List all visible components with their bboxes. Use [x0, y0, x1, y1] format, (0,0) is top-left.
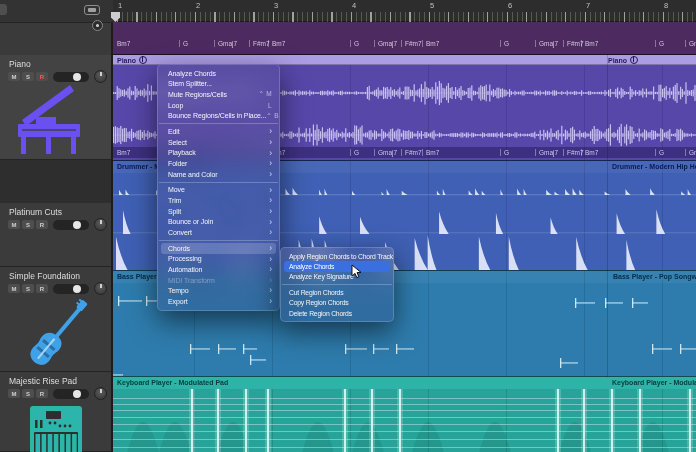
ruler-bar-label: 7 — [586, 1, 590, 10]
mute-button[interactable]: M — [8, 220, 20, 229]
region-name-keyboard: Keyboard Player - Modulated Pad — [612, 379, 696, 386]
menu-item-apply-region-chords-to-chord-track[interactable]: Apply Region Chords to Chord Track — [281, 251, 393, 261]
track-header-simple-foundation[interactable]: Simple FoundationMSR — [0, 267, 111, 372]
menu-item-move[interactable]: Move› — [158, 185, 279, 196]
menu-item-bounce-or-join[interactable]: Bounce or Join› — [158, 216, 279, 227]
menu-item-processing[interactable]: Processing› — [158, 254, 279, 265]
volume-slider[interactable] — [53, 284, 89, 294]
menu-item-split[interactable]: Split› — [158, 206, 279, 217]
submenu-chevron-icon: › — [269, 170, 272, 179]
menu-item-copy-region-chords[interactable]: Copy Region Chords — [281, 298, 393, 308]
menu-separator — [159, 240, 278, 241]
region-keyboard[interactable]: Keyboard Player - Modulated PadKeyboard … — [113, 376, 696, 452]
menu-item-analyze-key-signature[interactable]: Analyze Key Signature — [281, 272, 393, 282]
chord-label: Gmaj7 — [685, 40, 696, 47]
menu-item-select[interactable]: Select› — [158, 137, 279, 148]
track-header-majestic-rise-pad[interactable]: Majestic Rise PadMSR — [0, 372, 111, 452]
submenu-chevron-icon: › — [269, 244, 272, 253]
volume-slider[interactable] — [53, 72, 89, 82]
mute-button[interactable]: M — [8, 284, 20, 293]
volume-slider[interactable] — [53, 220, 89, 230]
menu-item-playback[interactable]: Playback› — [158, 148, 279, 159]
submenu-chevron-icon: › — [269, 149, 272, 158]
menu-item-label: Mute Regions/Cells — [168, 91, 227, 98]
menu-item-label: Trim — [168, 197, 181, 204]
loop-icon — [139, 56, 147, 64]
pan-knob[interactable] — [94, 387, 107, 400]
region-boundary — [607, 271, 608, 377]
solo-button[interactable]: S — [22, 389, 34, 398]
region-name-text: Piano — [608, 57, 627, 64]
menu-item-tempo[interactable]: Tempo› — [158, 285, 279, 296]
volume-slider-knob[interactable] — [73, 390, 81, 398]
menu-item-label: Apply Region Chords to Chord Track — [289, 253, 393, 260]
menu-item-analyze-chords[interactable]: Analyze Chords — [158, 68, 279, 79]
region-name-keyboard: Keyboard Player - Modulated Pad — [117, 379, 228, 386]
menu-item-cut-region-chords[interactable]: Cut Region Chords — [281, 287, 393, 297]
menu-item-stem-splitter[interactable]: Stem Splitter... — [158, 79, 279, 90]
region-name-piano: Piano — [117, 56, 147, 64]
chord-track[interactable]: Bm7GGmaj7F#m7Bm7GGmaj7F#m7Bm7GGmaj7F#m7B… — [113, 22, 696, 55]
bar-ruler[interactable]: 12345678 — [113, 0, 696, 22]
track-name-label: Platinum Cuts — [9, 207, 62, 217]
menu-item-midi-transform: MIDI Transform› — [158, 275, 279, 286]
chord-label: G — [655, 40, 664, 47]
menu-item-edit[interactable]: Edit› — [158, 126, 279, 137]
track-list-sidebar: PianoMSR Platinum CutsMSRSimple Foundati… — [0, 0, 113, 452]
menu-item-bounce-regions-cells-in-place[interactable]: Bounce Regions/Cells in Place...⌃ B — [158, 110, 279, 121]
menu-item-delete-region-chords[interactable]: Delete Region Chords — [281, 308, 393, 318]
record-button[interactable]: R — [36, 72, 48, 81]
chord-label: F#m7 — [249, 40, 270, 47]
menu-item-label: Automation — [168, 266, 202, 273]
menu-separator — [159, 182, 278, 183]
chord-label: Bm7 — [117, 40, 130, 47]
volume-slider-knob[interactable] — [73, 73, 81, 81]
menu-item-chords[interactable]: Chords› — [161, 243, 276, 254]
chord-label: Bm7 — [581, 40, 598, 47]
pan-knob[interactable] — [94, 218, 107, 231]
menu-item-label: Analyze Key Signature — [289, 273, 354, 280]
menu-item-folder[interactable]: Folder› — [158, 158, 279, 169]
menu-item-analyze-chords[interactable]: Analyze Chords — [284, 261, 390, 271]
mute-button[interactable]: M — [8, 72, 20, 81]
menu-item-label: Analyze Chords — [168, 70, 216, 77]
detail-dot-icon[interactable] — [92, 20, 103, 31]
track-name-label: Majestic Rise Pad — [9, 376, 77, 386]
menu-item-label: Cut Region Chords — [289, 289, 343, 296]
solo-button[interactable]: S — [22, 220, 34, 229]
menu-item-label: Playback — [168, 149, 196, 156]
menu-item-shortcut: ⌃ B — [266, 112, 279, 120]
menu-item-export[interactable]: Export› — [158, 296, 279, 307]
volume-slider-knob[interactable] — [73, 285, 81, 293]
chord-label: Gmaj7 — [535, 40, 558, 47]
menu-item-label: Bounce or Join — [168, 218, 213, 225]
menu-item-label: Edit — [168, 128, 180, 135]
mute-button[interactable]: M — [8, 389, 20, 398]
chord-label: Bm7 — [268, 40, 285, 47]
volume-slider-knob[interactable] — [73, 221, 81, 229]
solo-button[interactable]: S — [22, 72, 34, 81]
menu-item-trim[interactable]: Trim› — [158, 195, 279, 206]
menu-item-automation[interactable]: Automation› — [158, 264, 279, 275]
record-button[interactable]: R — [36, 220, 48, 229]
region-name-drummer: Drummer - Modern Hip Hop — [612, 163, 696, 170]
record-button[interactable]: R — [36, 284, 48, 293]
volume-slider[interactable] — [53, 389, 89, 399]
menu-item-loop[interactable]: LoopL — [158, 100, 279, 111]
toolbar-left-button[interactable] — [0, 4, 7, 15]
track-header-platinum-cuts[interactable]: Platinum CutsMSR — [0, 203, 111, 267]
menu-item-label: Analyze Chords — [289, 263, 334, 270]
track-controls: MSR — [8, 71, 107, 82]
menu-item-mute-regions-cells[interactable]: Mute Regions/Cells⌃ M — [158, 89, 279, 100]
track-header-piano[interactable]: PianoMSR — [0, 55, 111, 160]
display-toggle-icon[interactable] — [84, 5, 100, 15]
pan-knob[interactable] — [94, 282, 107, 295]
pan-knob[interactable] — [94, 70, 107, 83]
record-button[interactable]: R — [36, 389, 48, 398]
menu-separator — [282, 284, 392, 285]
solo-button[interactable]: S — [22, 284, 34, 293]
chord-label: Gmaj7 — [374, 149, 397, 156]
menu-item-convert[interactable]: Convert› — [158, 227, 279, 238]
menu-item-name-and-color[interactable]: Name and Color› — [158, 169, 279, 180]
menu-item-label: Copy Region Chords — [289, 299, 349, 306]
